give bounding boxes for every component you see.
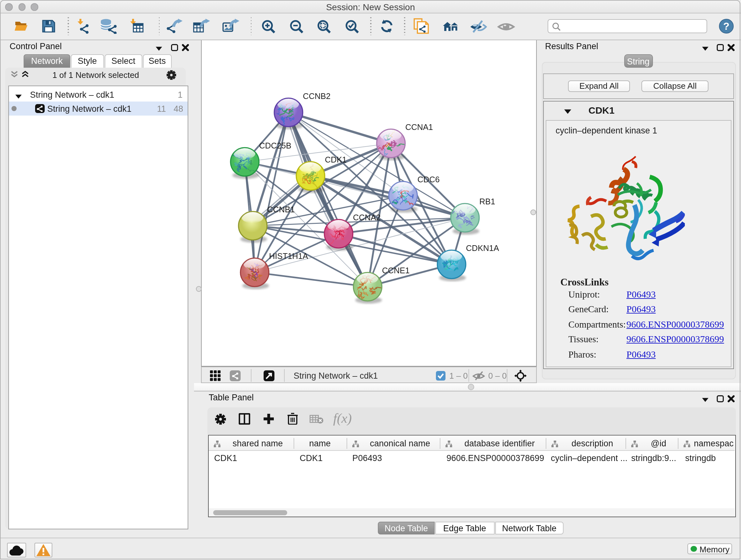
- svg-text:CCNE1: CCNE1: [382, 266, 410, 274]
- svg-text:CCNA1: CCNA1: [405, 122, 433, 131]
- svg-text:CDC6: CDC6: [417, 175, 440, 184]
- svg-text:CCNB2: CCNB2: [303, 91, 331, 100]
- svg-text:CDK1: CDK1: [325, 155, 347, 164]
- svg-text:RB1: RB1: [479, 197, 495, 206]
- svg-text:CDC25B: CDC25B: [259, 141, 291, 150]
- svg-text:CCNA2: CCNA2: [353, 212, 381, 222]
- svg-text:CDKN1A: CDKN1A: [466, 243, 499, 252]
- svg-text:CCNB1: CCNB1: [267, 205, 295, 213]
- svg-text:HIST1H1A: HIST1H1A: [269, 251, 308, 260]
- svg-text:?: ?: [723, 20, 730, 32]
